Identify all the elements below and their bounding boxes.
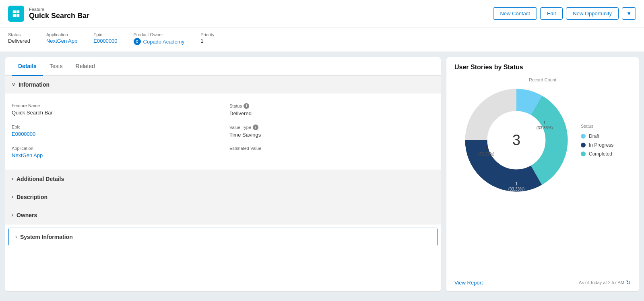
field-estimated-value: Estimated Value ✏ [223,143,434,163]
value-type-label: Value Type i [229,125,434,130]
meta-priority: Priority 1 [200,32,214,44]
field-feature-name: Feature Name Quick Search Bar ✏ [12,100,223,121]
status-label: Status [8,32,30,37]
legend-label-draft: Draft [589,133,599,139]
field-epic: Epic E0000000 ✏ [12,121,223,143]
section-system-information: › System Information [8,228,438,246]
section-description-title: Description [17,194,47,200]
chevron-right-icon: › [12,176,13,182]
epic-label: Epic [93,32,117,37]
feature-svg-icon [12,9,21,18]
edit-button[interactable]: Edit [540,7,563,20]
svg-text:(33.33%): (33.33%) [478,152,495,156]
value-type-value: Time Savings [229,132,434,138]
legend-dot-completed [581,152,586,156]
application-link[interactable]: NextGen App [46,38,77,44]
status-value: Delivered [8,38,30,44]
page-title: Quick Search Bar [29,12,89,20]
legend-item-completed: Completed [581,151,625,157]
section-additional-details: › Additional Details [5,170,441,188]
dropdown-button[interactable]: ▼ [622,7,636,20]
sub-header: Status Delivered Application NextGen App… [0,27,644,52]
section-information-header[interactable]: ∨ Information [5,76,441,93]
legend-dot-in-progress [581,143,586,147]
field-status: Status i Delivered ✏ [223,100,434,121]
chevron-right-icon-3: › [12,212,13,218]
chevron-right-icon-2: › [12,194,13,200]
header-actions: New Contact Edit New Opportunity ▼ [493,7,636,20]
feature-name-label: Feature Name [12,103,217,108]
tab-tests[interactable]: Tests [43,57,69,76]
chevron-right-icon-4: › [15,234,17,240]
product-owner-label: Product Owner [134,32,185,37]
in-progress-label: 1 [515,181,518,186]
donut-chart: 1 (33.33%) 1 (33.33%) 1 (33.33%) 3 [460,84,573,197]
footer-timestamp: As of Today at 2:57 AM ↻ [579,279,631,286]
legend-label-completed: Completed [589,151,612,157]
section-information-body: Feature Name Quick Search Bar ✏ Status i… [5,93,441,170]
feature-name-value: Quick Search Bar [12,110,217,116]
section-description-header[interactable]: › Description [5,188,441,206]
section-description: › Description [5,188,441,206]
left-panel: Details Tests Related ∨ Information Feat… [5,57,441,292]
chart-subtitle: Record Count [529,77,556,82]
status-info-icon[interactable]: i [244,103,249,109]
chevron-down-icon: ∨ [12,82,15,87]
tabs: Details Tests Related [5,57,441,76]
svg-rect-1 [17,10,19,13]
application-field-label: Application [12,146,217,151]
chart-container: Record Count [446,74,639,275]
section-system-information-header[interactable]: › System Information [9,228,437,246]
svg-text:(33.33%): (33.33%) [508,187,525,191]
view-report-link[interactable]: View Report [454,280,483,286]
refresh-icon[interactable]: ↻ [626,279,631,286]
field-application: Application NextGen App ✏ [12,143,223,163]
section-information-title: Information [19,81,50,88]
donut-total: 3 [512,132,520,149]
tab-details[interactable]: Details [12,57,43,76]
main-content: Details Tests Related ∨ Information Feat… [0,52,644,297]
svg-rect-0 [13,10,16,13]
chart-title: User Stories by Status [446,57,639,74]
meta-product-owner: Product Owner C Copado Academy [134,32,185,45]
feature-icon [8,6,24,22]
legend-dot-draft [581,134,586,139]
legend-item-in-progress: In Progress [581,142,625,148]
product-owner-link[interactable]: Copado Academy [143,39,185,45]
header-left: Feature Quick Search Bar [8,6,89,22]
product-owner-value: C Copado Academy [134,38,185,45]
chart-area: 1 (33.33%) 1 (33.33%) 1 (33.33%) 3 Statu… [446,84,639,197]
legend-title: Status [581,124,625,129]
application-field-value[interactable]: NextGen App [12,152,43,158]
application-label: Application [46,32,77,37]
legend-label-in-progress: In Progress [589,142,613,148]
section-information: ∨ Information Feature Name Quick Search … [5,76,441,170]
right-panel: User Stories by Status Record Count [446,57,639,292]
epic-field-label: Epic [12,125,217,129]
epic-field-value[interactable]: E0000000 [12,131,35,137]
section-owners-title: Owners [17,212,37,218]
top-header: Feature Quick Search Bar New Contact Edi… [0,0,644,27]
chart-footer: View Report As of Today at 2:57 AM ↻ [446,275,639,291]
timestamp-text: As of Today at 2:57 AM [579,280,624,285]
section-additional-details-header[interactable]: › Additional Details [5,170,441,188]
tab-related[interactable]: Related [69,57,101,76]
section-owners-header[interactable]: › Owners [5,206,441,224]
priority-value: 1 [200,38,203,44]
field-status-label: Status i [229,103,434,109]
new-opportunity-button[interactable]: New Opportunity [566,7,619,20]
meta-epic: Epic E0000000 [93,32,117,44]
copado-icon: C [134,38,141,45]
new-contact-button[interactable]: New Contact [493,7,537,20]
svg-rect-2 [13,14,16,17]
legend-item-draft: Draft [581,133,625,139]
priority-label: Priority [200,32,214,37]
epic-link[interactable]: E0000000 [93,38,117,44]
meta-application: Application NextGen App [46,32,77,44]
status-field-value: Delivered [229,110,434,116]
section-system-information-title: System Information [20,234,73,240]
field-value-type: Value Type i Time Savings ✏ [223,121,434,143]
meta-status: Status Delivered [8,32,30,44]
feature-type-label: Feature [29,7,89,12]
value-type-info-icon[interactable]: i [253,125,258,130]
